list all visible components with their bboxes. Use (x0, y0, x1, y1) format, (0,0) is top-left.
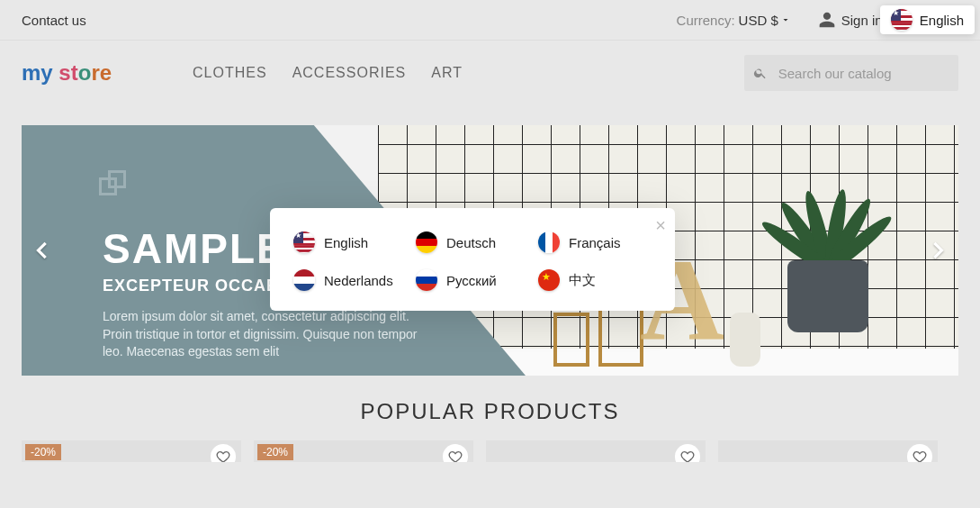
section-title: POPULAR PRODUCTS (0, 399, 980, 424)
wishlist-button[interactable] (443, 444, 468, 462)
search-input[interactable] (778, 66, 949, 81)
product-card[interactable]: -20% (254, 440, 473, 462)
heart-icon (216, 449, 230, 462)
nav-links: CLOTHES ACCESSORIES ART (193, 65, 463, 81)
language-modal: × English Deutsch Français Nederlands Ру… (270, 208, 675, 311)
contact-link[interactable]: Contact us (22, 13, 86, 28)
flag-icon (416, 231, 437, 253)
carousel-prev[interactable] (29, 231, 54, 270)
search-box[interactable] (744, 55, 958, 91)
language-current: English (920, 13, 964, 28)
heart-icon (680, 449, 695, 462)
logo[interactable]: my store (22, 60, 112, 86)
chevron-right-icon (926, 231, 951, 270)
language-option-chinese[interactable]: 中文 (538, 269, 652, 291)
nav-link-art[interactable]: ART (431, 65, 463, 81)
wishlist-button[interactable] (211, 444, 236, 462)
flag-icon (416, 269, 437, 291)
heart-icon (913, 449, 927, 462)
currency-selector[interactable]: Currency: USD $ (677, 13, 791, 28)
flag-icon (293, 231, 315, 253)
flag-icon (891, 9, 913, 31)
hero-body: Lorem ipsum dolor sit amet, consectetur … (103, 308, 427, 361)
nav-link-clothes[interactable]: CLOTHES (193, 65, 267, 81)
product-card[interactable] (486, 440, 706, 462)
discount-badge: -20% (25, 444, 61, 460)
discount-badge: -20% (257, 444, 293, 460)
language-option-francais[interactable]: Français (538, 231, 652, 253)
flag-icon (293, 269, 315, 291)
language-option-russian[interactable]: Русский (416, 269, 529, 291)
language-switcher[interactable]: English (880, 5, 975, 34)
language-option-deutsch[interactable]: Deutsch (416, 231, 529, 253)
language-option-english[interactable]: English (293, 231, 407, 253)
chevron-left-icon (29, 231, 54, 270)
flag-icon (538, 269, 560, 291)
wishlist-button[interactable] (907, 444, 932, 462)
main-nav: my store CLOTHES ACCESSORIES ART (0, 41, 980, 105)
top-bar: Contact us Currency: USD $ Sign in Cart (0, 0, 980, 40)
flag-icon (538, 231, 560, 253)
decoration-icon (99, 170, 126, 197)
search-icon (753, 65, 768, 81)
product-card[interactable] (718, 440, 938, 462)
language-option-nederlands[interactable]: Nederlands (293, 269, 407, 291)
product-row: -20% -20% (0, 440, 980, 462)
person-icon (818, 11, 836, 29)
heart-icon (448, 449, 463, 462)
chevron-down-icon (780, 14, 791, 25)
product-card[interactable]: -20% (22, 440, 241, 462)
nav-link-accessories[interactable]: ACCESSORIES (292, 65, 407, 81)
carousel-next[interactable] (926, 231, 951, 270)
language-grid: English Deutsch Français Nederlands Русс… (293, 231, 652, 291)
sign-in-link[interactable]: Sign in (818, 11, 883, 29)
currency-label: Currency: (677, 13, 735, 28)
modal-close-button[interactable]: × (655, 215, 666, 236)
currency-value: USD $ (739, 13, 778, 28)
wishlist-button[interactable] (675, 444, 700, 462)
